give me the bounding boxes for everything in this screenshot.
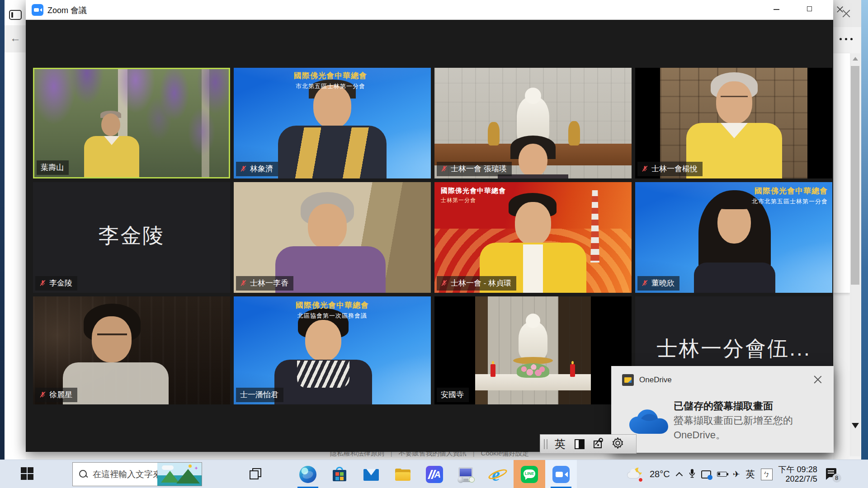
- participant-name-label: 葉壽山: [37, 160, 69, 175]
- zoom-app-icon: [32, 4, 43, 16]
- participant-tile-lin-zhen-huan[interactable]: 國際佛光會中華總會 士林第一分會 士林一會 - 林貞環: [434, 182, 632, 293]
- ime-fullwidth-toggle-icon[interactable]: [575, 439, 585, 449]
- participant-tile-zhang-rui-ying[interactable]: 士林一會 張瑞瑛: [434, 68, 632, 178]
- file-explorer-icon: [394, 466, 411, 483]
- minimize-button[interactable]: [764, 0, 789, 18]
- clock-date: 2022/7/5: [778, 474, 817, 484]
- tray-ime-mode-box[interactable]: ㄅ: [761, 469, 773, 480]
- toast-title: 已儲存的螢幕擷取畫面: [674, 399, 773, 413]
- toast-close-icon[interactable]: [814, 375, 822, 383]
- toast-app-name: OneDrive: [639, 375, 672, 385]
- ime-tool-menu-icon[interactable]: [593, 437, 604, 451]
- system-tray: 28°C ✈ 英 ㄅ 下午 09:28 2022/7/5 8: [627, 460, 840, 488]
- taskbar-app-internet-explorer[interactable]: e: [482, 460, 514, 488]
- participant-name-label: 士一潘怡君: [236, 388, 283, 402]
- browser-tab-icon[interactable]: [9, 10, 22, 20]
- virtual-background-text: 國際佛光會中華總會 市北第五區士林第一分會: [234, 70, 427, 90]
- mail-icon: [363, 468, 380, 485]
- clock[interactable]: 下午 09:28 2022/7/5: [778, 465, 817, 484]
- search-icon: [79, 470, 88, 479]
- participant-tile-lin-xiang-ji[interactable]: 國際佛光會中華總會 市北第五區士林第一分會 林象濟: [234, 68, 431, 178]
- toast-body-line2: OneDrive。: [674, 428, 726, 442]
- slash-a-app-icon: A: [426, 466, 443, 483]
- weather-icon[interactable]: [627, 467, 644, 482]
- remote-desktop-icon: [458, 466, 475, 483]
- do-not-sell-link[interactable]: 不要販售我的個人資訊: [399, 452, 467, 457]
- participant-tile-dong-xiao-xin[interactable]: 國際佛光會中華總會 北市北第五區士林第一分會 董曉欣: [635, 182, 832, 293]
- background-browser-left-edge: ←: [5, 0, 26, 460]
- scrollbar-thumb[interactable]: [851, 66, 859, 285]
- taskbar-app-remote-desktop[interactable]: [450, 460, 482, 488]
- taskbar-app-mail[interactable]: [355, 460, 387, 488]
- scroll-down-icon[interactable]: [852, 423, 859, 428]
- tray-ime-language[interactable]: 英: [746, 468, 755, 480]
- participant-tile-xu-li-xing[interactable]: 徐麗星: [33, 296, 230, 404]
- taskbar-app-store[interactable]: [324, 460, 355, 488]
- participant-name-label: 士林一會 張瑞瑛: [437, 162, 512, 176]
- webpage-footer-links: 隱私權和法律原則|不要販售我的個人資訊|Cookie偏好設定: [26, 452, 833, 460]
- back-button-icon[interactable]: ←: [10, 32, 21, 44]
- participant-tile-yang-yue[interactable]: 士林一會楊悅: [635, 68, 832, 178]
- onedrive-notification-toast[interactable]: OneDrive 已儲存的螢幕擷取畫面 螢幕擷取畫面已新增至您的 OneDriv…: [611, 366, 834, 453]
- edge-icon: [299, 466, 316, 483]
- cookie-link[interactable]: Cookie偏好設定: [481, 452, 529, 457]
- microsoft-store-icon: [331, 466, 348, 483]
- task-view-button[interactable]: [250, 468, 262, 480]
- taipei-101-graphic: [589, 190, 601, 263]
- privacy-link[interactable]: 隱私權和法律原則: [330, 452, 384, 457]
- maximize-button[interactable]: [797, 0, 822, 18]
- browser-toolbar: ←: [5, 25, 26, 52]
- participant-tile-anguo-temple[interactable]: 安國寺: [434, 296, 632, 404]
- virtual-background-text: 國際佛光會中華總會 北區協會第一次區務會議: [234, 300, 431, 320]
- windows-taskbar: 在這裡輸入文字來搜尋 A e LINE 28°C: [0, 460, 868, 488]
- virtual-background-text: 國際佛光會中華總會 士林第一分會: [441, 187, 506, 204]
- ime-settings-gear-icon[interactable]: [612, 437, 624, 451]
- browser-menu-icon[interactable]: [840, 38, 855, 41]
- taskbar-app-line[interactable]: LINE: [514, 460, 545, 488]
- clock-time: 下午 09:28: [778, 465, 817, 474]
- participant-display-name: 士林一分會伍...: [635, 335, 832, 363]
- browser-page-fragment: [833, 53, 850, 293]
- taskbar-app-zoom[interactable]: [545, 460, 577, 488]
- mic-muted-icon: [39, 391, 46, 398]
- temperature-label[interactable]: 28°C: [650, 469, 670, 479]
- window-title: Zoom 會議: [47, 5, 87, 16]
- participant-name-label: 安國寺: [437, 388, 469, 402]
- virtual-background-text: 國際佛光會中華總會 北市北第五區士林第一分會: [635, 186, 828, 206]
- mic-muted-icon: [441, 165, 448, 172]
- line-icon: LINE: [521, 466, 538, 483]
- airplane-mode-icon[interactable]: ✈: [733, 469, 740, 479]
- internet-explorer-icon: e: [489, 466, 506, 483]
- onedrive-folder-icon: [622, 374, 634, 386]
- ime-language-button[interactable]: 英: [555, 437, 566, 451]
- close-button[interactable]: [827, 0, 852, 18]
- participant-display-name: 李金陵: [33, 222, 230, 250]
- start-button[interactable]: [21, 467, 34, 481]
- browser-tab-strip: [5, 0, 26, 25]
- mic-muted-icon: [240, 280, 247, 286]
- ime-drag-handle[interactable]: [544, 439, 547, 449]
- ime-toolbar[interactable]: 英: [540, 434, 637, 454]
- search-highlight-image[interactable]: [157, 463, 202, 486]
- mic-muted-icon: [642, 280, 648, 286]
- taskbar-app-purple-a[interactable]: A: [419, 460, 450, 488]
- participant-tile-li-jin-ling[interactable]: 李金陵 李金陵: [33, 182, 230, 293]
- notification-count-badge: 8: [832, 474, 841, 483]
- show-hidden-icons-chevron[interactable]: [676, 472, 683, 477]
- participant-tile-li-xiang[interactable]: 士林一李香: [234, 182, 431, 293]
- battery-icon[interactable]: [717, 472, 727, 477]
- taskbar-search-box[interactable]: 在這裡輸入文字來搜尋: [72, 462, 202, 486]
- action-center-button[interactable]: 8: [826, 468, 840, 481]
- taskbar-app-file-explorer[interactable]: [387, 460, 419, 488]
- participant-tile-yeh-shou-shan[interactable]: 葉壽山: [33, 68, 230, 178]
- participant-name-label: 士林一會 - 林貞環: [437, 276, 516, 291]
- participant-name-label: 董曉欣: [637, 276, 679, 291]
- scrollbar-up-icon[interactable]: [853, 57, 858, 61]
- participant-tile-pan-yi-jun[interactable]: 國際佛光會中華總會 北區協會第一次區務會議 士一潘怡君: [234, 296, 431, 404]
- participant-name-label: 士林一會楊悅: [637, 162, 703, 176]
- zoom-taskbar-icon: [552, 466, 570, 483]
- display-sync-tray-icon[interactable]: [701, 470, 711, 479]
- taskbar-app-edge[interactable]: [292, 460, 324, 488]
- microphone-tray-icon[interactable]: [689, 469, 695, 480]
- mic-muted-icon: [39, 280, 46, 286]
